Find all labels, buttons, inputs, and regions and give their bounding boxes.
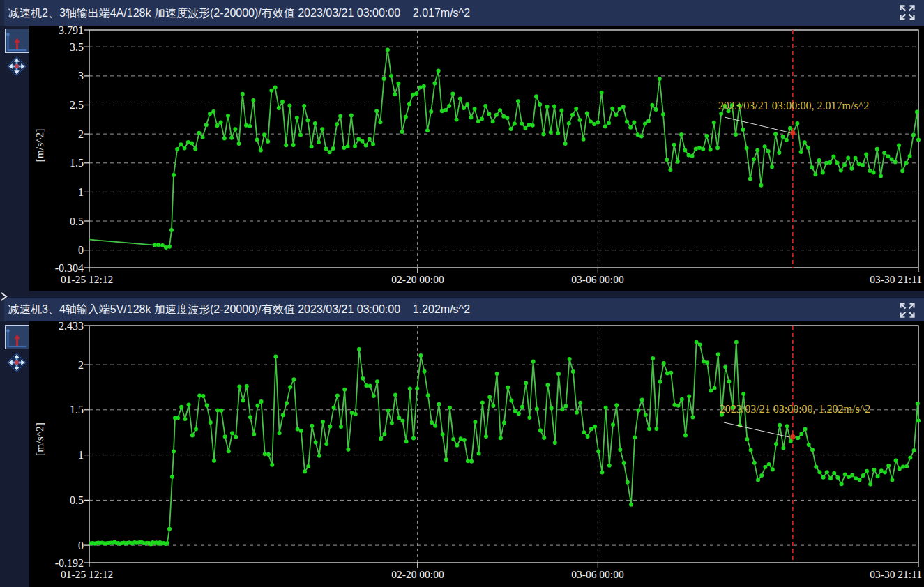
svg-text:03-06 00:00: 03-06 00:00 bbox=[571, 273, 624, 285]
svg-text:02-20 00:00: 02-20 00:00 bbox=[391, 273, 444, 285]
svg-text:2023/03/21 03:00:00, 1.202m/s^: 2023/03/21 03:00:00, 1.202m/s^2 bbox=[720, 403, 870, 415]
svg-text:3: 3 bbox=[78, 70, 84, 82]
svg-text:-0.192: -0.192 bbox=[55, 557, 84, 569]
svg-text:0: 0 bbox=[78, 244, 84, 256]
svg-text:[m/s^2]: [m/s^2] bbox=[33, 129, 45, 162]
svg-text:0.5: 0.5 bbox=[70, 215, 84, 227]
svg-text:2023/03/21 03:00:00, 2.017m/s^: 2023/03/21 03:00:00, 2.017m/s^2 bbox=[718, 100, 869, 112]
svg-text:1.5: 1.5 bbox=[70, 404, 84, 416]
svg-text:2: 2 bbox=[78, 128, 84, 140]
svg-text:01-25 12:12: 01-25 12:12 bbox=[61, 568, 113, 580]
svg-text:[m/s^2]: [m/s^2] bbox=[33, 422, 45, 456]
svg-text:2: 2 bbox=[78, 359, 84, 371]
svg-text:02-20 00:00: 02-20 00:00 bbox=[391, 568, 444, 580]
svg-text:03-30 21:11: 03-30 21:11 bbox=[870, 273, 922, 285]
svg-text:03-30 21:11: 03-30 21:11 bbox=[870, 568, 922, 580]
svg-text:1: 1 bbox=[78, 449, 84, 461]
svg-text:3.791: 3.791 bbox=[59, 26, 84, 36]
svg-text:-0.304: -0.304 bbox=[55, 262, 84, 274]
svg-text:2.433: 2.433 bbox=[59, 321, 84, 332]
svg-text:0: 0 bbox=[78, 540, 84, 551]
svg-text:01-25 12:12: 01-25 12:12 bbox=[61, 273, 113, 285]
svg-text:03-06 00:00: 03-06 00:00 bbox=[571, 568, 624, 580]
svg-text:1: 1 bbox=[78, 186, 84, 198]
svg-text:0.5: 0.5 bbox=[70, 494, 84, 506]
svg-text:3.5: 3.5 bbox=[70, 41, 84, 53]
svg-text:2.5: 2.5 bbox=[70, 99, 84, 111]
svg-text:1.5: 1.5 bbox=[70, 157, 84, 169]
